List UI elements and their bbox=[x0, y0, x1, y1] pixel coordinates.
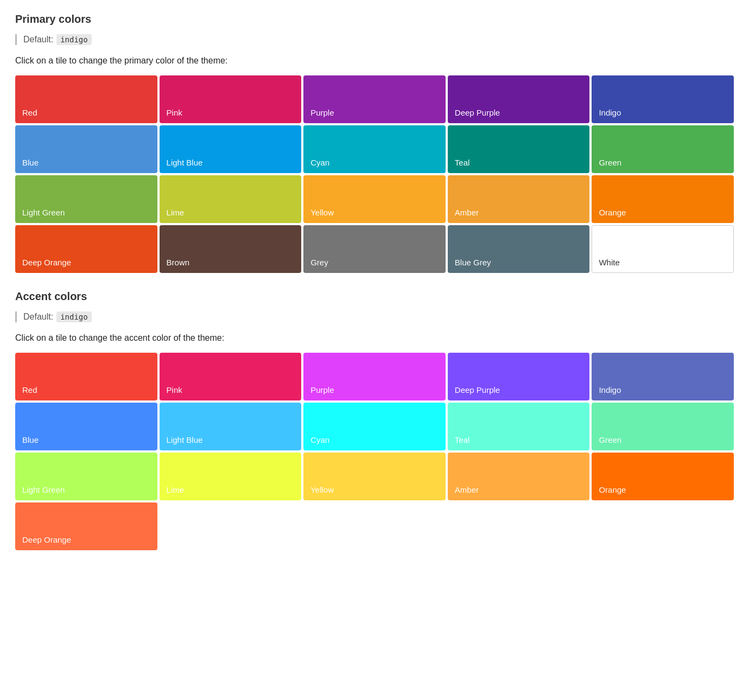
color-tile-label: Teal bbox=[455, 158, 470, 167]
accent-color-tile-purple[interactable]: Purple bbox=[303, 353, 446, 400]
color-tile-label: Amber bbox=[455, 485, 479, 494]
primary-color-tile-pink[interactable]: Pink bbox=[160, 75, 302, 123]
color-tile-label: Deep Orange bbox=[22, 535, 71, 544]
accent-color-tile-indigo[interactable]: Indigo bbox=[592, 353, 734, 400]
color-tile-label: Light Green bbox=[22, 485, 65, 494]
primary-colors-section: Primary colors Default: indigo Click on … bbox=[15, 13, 734, 273]
color-tile-label: Yellow bbox=[310, 208, 334, 217]
color-tile-label: Teal bbox=[455, 435, 470, 444]
primary-color-tile-green[interactable]: Green bbox=[592, 125, 734, 173]
color-tile-label: Red bbox=[22, 385, 37, 394]
primary-default-label: Default: bbox=[23, 35, 53, 44]
primary-color-tile-indigo[interactable]: Indigo bbox=[592, 75, 734, 123]
accent-default-value: indigo bbox=[56, 311, 92, 322]
color-tile-label: Blue Grey bbox=[455, 258, 491, 267]
primary-color-grid: RedPinkPurpleDeep PurpleIndigoBlueLight … bbox=[15, 75, 734, 273]
primary-default-block: Default: indigo bbox=[15, 34, 734, 45]
primary-color-tile-deep-orange[interactable]: Deep Orange bbox=[15, 225, 157, 273]
color-tile-label: Pink bbox=[167, 385, 182, 394]
primary-color-tile-grey[interactable]: Grey bbox=[303, 225, 446, 273]
primary-color-tile-light-blue[interactable]: Light Blue bbox=[160, 125, 302, 173]
accent-color-tile-lime[interactable]: Lime bbox=[160, 453, 302, 500]
color-tile-label: Cyan bbox=[310, 158, 329, 167]
accent-color-tile-yellow[interactable]: Yellow bbox=[303, 453, 446, 500]
color-tile-label: Deep Orange bbox=[22, 258, 71, 267]
color-tile-label: Green bbox=[599, 158, 621, 167]
primary-color-tile-orange[interactable]: Orange bbox=[592, 175, 734, 223]
primary-color-tile-amber[interactable]: Amber bbox=[448, 175, 590, 223]
accent-color-tile-green[interactable]: Green bbox=[592, 403, 734, 450]
primary-color-tile-lime[interactable]: Lime bbox=[160, 175, 302, 223]
primary-color-tile-teal[interactable]: Teal bbox=[448, 125, 590, 173]
color-tile-label: Deep Purple bbox=[455, 385, 500, 394]
primary-default-value: indigo bbox=[56, 34, 92, 45]
color-tile-label: Brown bbox=[167, 258, 190, 267]
color-tile-label: Amber bbox=[455, 208, 479, 217]
color-tile-label: Pink bbox=[167, 108, 182, 117]
primary-color-tile-red[interactable]: Red bbox=[15, 75, 157, 123]
color-tile-label: Cyan bbox=[310, 435, 329, 444]
color-tile-label: Light Blue bbox=[167, 158, 203, 167]
primary-color-tile-white[interactable]: White bbox=[592, 225, 734, 273]
accent-colors-section: Accent colors Default: indigo Click on a… bbox=[15, 290, 734, 550]
accent-color-tile-light-green[interactable]: Light Green bbox=[15, 453, 157, 500]
accent-color-tile-deep-purple[interactable]: Deep Purple bbox=[448, 353, 590, 400]
accent-color-tile-teal[interactable]: Teal bbox=[448, 403, 590, 450]
color-tile-label: Light Blue bbox=[167, 435, 203, 444]
primary-section-title: Primary colors bbox=[15, 13, 734, 26]
color-tile-label: Light Green bbox=[22, 208, 65, 217]
color-tile-label: Deep Purple bbox=[455, 108, 500, 117]
accent-color-tile-deep-orange[interactable]: Deep Orange bbox=[15, 502, 157, 550]
color-tile-label: Indigo bbox=[599, 385, 621, 394]
color-tile-label: Red bbox=[22, 108, 37, 117]
accent-instruction: Click on a tile to change the accent col… bbox=[15, 333, 734, 343]
primary-color-tile-yellow[interactable]: Yellow bbox=[303, 175, 446, 223]
accent-section-title: Accent colors bbox=[15, 290, 734, 303]
primary-color-tile-light-green[interactable]: Light Green bbox=[15, 175, 157, 223]
primary-color-tile-deep-purple[interactable]: Deep Purple bbox=[448, 75, 590, 123]
accent-color-tile-amber[interactable]: Amber bbox=[448, 453, 590, 500]
accent-default-label: Default: bbox=[23, 312, 53, 322]
color-tile-label: Blue bbox=[22, 158, 39, 167]
color-tile-label: Purple bbox=[310, 108, 334, 117]
primary-color-tile-blue[interactable]: Blue bbox=[15, 125, 157, 173]
primary-color-tile-brown[interactable]: Brown bbox=[160, 225, 302, 273]
color-tile-label: Orange bbox=[599, 208, 626, 217]
primary-color-tile-purple[interactable]: Purple bbox=[303, 75, 446, 123]
accent-color-tile-red[interactable]: Red bbox=[15, 353, 157, 400]
accent-color-tile-cyan[interactable]: Cyan bbox=[303, 403, 446, 450]
color-tile-label: Lime bbox=[167, 485, 185, 494]
accent-color-tile-light-blue[interactable]: Light Blue bbox=[160, 403, 302, 450]
accent-color-tile-pink[interactable]: Pink bbox=[160, 353, 302, 400]
primary-color-tile-blue-grey[interactable]: Blue Grey bbox=[448, 225, 590, 273]
color-tile-label: Lime bbox=[167, 208, 185, 217]
accent-color-grid: RedPinkPurpleDeep PurpleIndigoBlueLight … bbox=[15, 353, 734, 550]
color-tile-label: Grey bbox=[310, 258, 328, 267]
primary-color-tile-cyan[interactable]: Cyan bbox=[303, 125, 446, 173]
color-tile-label: Purple bbox=[310, 385, 334, 394]
color-tile-label: Green bbox=[599, 435, 621, 444]
color-tile-label: Blue bbox=[22, 435, 39, 444]
primary-instruction: Click on a tile to change the primary co… bbox=[15, 56, 734, 66]
color-tile-label: Indigo bbox=[599, 108, 621, 117]
accent-color-tile-blue[interactable]: Blue bbox=[15, 403, 157, 450]
accent-default-block: Default: indigo bbox=[15, 311, 734, 322]
color-tile-label: White bbox=[599, 258, 619, 267]
accent-color-tile-orange[interactable]: Orange bbox=[592, 453, 734, 500]
color-tile-label: Yellow bbox=[310, 485, 334, 494]
color-tile-label: Orange bbox=[599, 485, 626, 494]
